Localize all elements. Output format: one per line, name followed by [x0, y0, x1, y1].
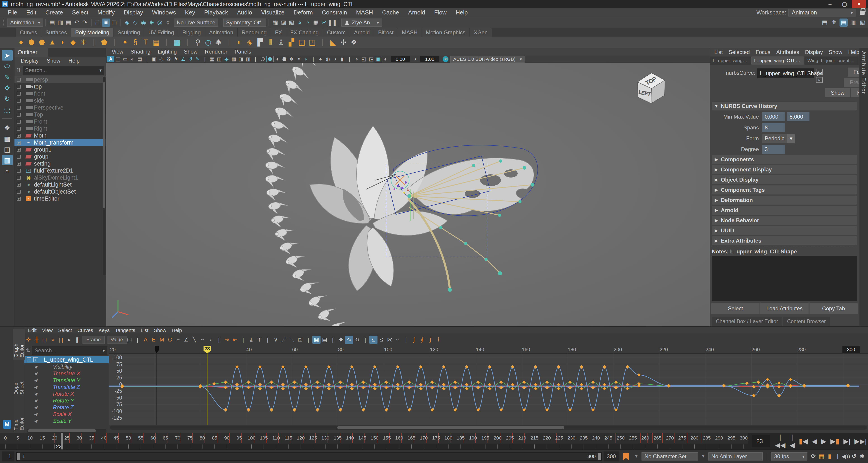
channel-pin-icon[interactable]: ◀	[24, 405, 40, 410]
shelf-tab[interactable]: Sculpting	[114, 28, 145, 37]
tool-button[interactable]: ⬭	[2, 61, 13, 71]
outliner-item[interactable]: side	[14, 97, 106, 104]
snap-icon[interactable]: ○	[164, 19, 172, 27]
graph-toolbar-icon[interactable]: ╌	[198, 336, 207, 344]
graph-toolbar-icon[interactable]: |	[329, 336, 337, 344]
viewport-display-icon[interactable]: ◗	[303, 56, 310, 62]
channel-row[interactable]: ◀ Rotate X	[24, 391, 109, 397]
menu-set-dropdown[interactable]: Animation ▾	[7, 19, 43, 27]
expand-toggle[interactable]: +	[17, 147, 24, 152]
outliner-item[interactable]: + setting	[14, 160, 106, 167]
graph-toolbar-icon[interactable]: ╲	[190, 336, 198, 344]
viewport-display-icon[interactable]: |	[252, 56, 259, 62]
menu-item[interactable]: Visualize	[256, 9, 289, 16]
channel-scrollbar[interactable]	[27, 429, 106, 433]
outliner-menu-item[interactable]: Show	[43, 58, 64, 64]
menu-item[interactable]: Flow	[430, 9, 451, 16]
outliner-item[interactable]: top	[14, 83, 106, 90]
exposure-field[interactable]: 0.00	[391, 56, 410, 62]
panel-toggle-icon[interactable]: ✟	[830, 19, 838, 27]
show-button[interactable]: Show	[825, 88, 850, 97]
collapsed-section[interactable]: ▶ Component Display	[712, 165, 857, 174]
colorspace-dropdown[interactable]: ACES 1.0 SDR-video (sRGB) ▾	[450, 56, 525, 63]
viewport-display-icon[interactable]: ◱	[360, 56, 368, 62]
graph-key-tool-icon[interactable]: ❚	[73, 336, 81, 344]
ae-node-tab[interactable]: Wing_L_joint_orientConstraint1	[805, 57, 859, 65]
shelf-button[interactable]: ⬣	[37, 37, 47, 47]
collapsed-section[interactable]: ▶ Object Display	[712, 175, 857, 184]
shelf-tab[interactable]: Custom	[323, 28, 350, 37]
expand-icon[interactable]: +	[33, 357, 38, 362]
shelf-button[interactable]: |	[161, 37, 172, 47]
channel-pin-icon[interactable]: ◀	[24, 412, 40, 417]
graph-toolbar-icon[interactable]: ⋉	[385, 336, 394, 344]
outliner-item[interactable]: group	[14, 153, 106, 160]
snap-icon[interactable]: ⊕	[148, 19, 156, 27]
expand-toggle[interactable]: +	[17, 162, 24, 166]
range-start-handle[interactable]	[17, 453, 20, 460]
outliner-item[interactable]: + ◑ defaultLightSet	[14, 181, 106, 188]
channel-pin-icon[interactable]: ◀	[24, 419, 40, 424]
graph-toolbar-icon[interactable]: ⇥	[223, 336, 231, 344]
lock-icon[interactable]	[860, 11, 865, 15]
shelf-button[interactable]: |	[182, 37, 193, 47]
panel-toggle-icon[interactable]: ▥	[849, 19, 857, 27]
notes-textarea[interactable]	[712, 256, 857, 301]
graph-toolbar-icon[interactable]: ⬚	[125, 336, 133, 344]
graph-toolbar-icon[interactable]: ⊾	[369, 336, 377, 344]
output-connection-icon[interactable]: ▹	[816, 77, 823, 83]
transport-button[interactable]: ▶▮	[829, 437, 841, 445]
outliner-item[interactable]: + ~ Moth_transform	[14, 139, 106, 146]
file-op-icon[interactable]: ↶	[72, 19, 81, 27]
menu-item[interactable]: Arnold	[404, 9, 430, 16]
tool-button[interactable]: ✎	[2, 72, 13, 82]
ae-menu-item[interactable]: Focus	[753, 49, 773, 55]
graph-toolbar-icon[interactable]: ▭	[109, 336, 117, 344]
editor-side-tab[interactable]: Dope Sheet	[13, 368, 25, 397]
transport-button[interactable]: ▶|	[842, 437, 852, 445]
outliner-menu-item[interactable]: Display	[17, 58, 43, 64]
outliner-item[interactable]: + ◔ timeEditor	[14, 195, 106, 202]
transport-button[interactable]: ▶	[820, 437, 828, 445]
graph-toolbar-icon[interactable]: A	[142, 336, 150, 344]
shelf-button[interactable]: |	[317, 37, 328, 47]
viewport-display-icon[interactable]: ✎	[194, 56, 201, 62]
viewport-display-icon[interactable]: ⌖	[353, 56, 360, 62]
curve-canvas[interactable]: 1007550250-25-50-75-100-125-204060801001…	[109, 345, 868, 425]
outliner-item[interactable]: Right	[14, 125, 106, 132]
shelf-button[interactable]: ❖	[348, 37, 359, 47]
transport-button[interactable]: |◀◀	[774, 433, 787, 449]
graph-toolbar-icon[interactable]: |	[133, 336, 142, 344]
shelf-button[interactable]: ✦	[120, 37, 130, 47]
shelf-button[interactable]: ▞	[286, 37, 297, 47]
viewport-display-icon[interactable]: ⚑	[172, 56, 180, 62]
channel-row[interactable]: ◀ Translate Z	[24, 384, 109, 391]
minimize-button[interactable]: –	[823, 0, 837, 8]
graph-editor-menu-item[interactable]: Help	[169, 328, 185, 333]
shelf-button[interactable]: ◗	[57, 37, 68, 47]
viewport-display-icon[interactable]: ◖	[274, 56, 281, 62]
transport-button[interactable]: ▮◀	[798, 437, 809, 445]
shelf-tab[interactable]: XGen	[470, 28, 492, 37]
expand-toggle[interactable]: +	[17, 197, 24, 201]
graph-toolbar-icon[interactable]: ▤	[320, 336, 329, 344]
graph-toolbar-icon[interactable]: ▦	[312, 336, 320, 344]
viewport-display-icon[interactable]: ❄	[288, 56, 295, 62]
panel-toggle-icon[interactable]: ▤	[839, 19, 848, 27]
viewport-display-icon[interactable]: |	[310, 56, 317, 62]
graph-toolbar-icon[interactable]: ⤓	[247, 336, 255, 344]
canvas-scrollbar[interactable]	[110, 426, 867, 430]
render-icon[interactable]: ❚❚	[328, 19, 336, 27]
maya-app-icon[interactable]: M	[3, 420, 11, 429]
shelf-button[interactable]: |	[89, 37, 99, 47]
shelf-button[interactable]: ⬢	[26, 37, 37, 47]
input-connection-icon[interactable]: ▸	[816, 69, 823, 75]
filter-icon[interactable]: ⇅	[26, 348, 30, 354]
render-icon[interactable]: ✂	[320, 19, 328, 27]
shelf-button[interactable]: ⬟	[99, 37, 110, 47]
expand-toggle[interactable]	[17, 155, 24, 159]
menu-item[interactable]: Windows	[148, 9, 180, 16]
expand-toggle[interactable]	[17, 92, 24, 96]
account-dropdown[interactable]: Ziye An ▾	[341, 19, 382, 27]
dock-tab[interactable]: Channel Box / Layer Editor	[712, 317, 782, 326]
